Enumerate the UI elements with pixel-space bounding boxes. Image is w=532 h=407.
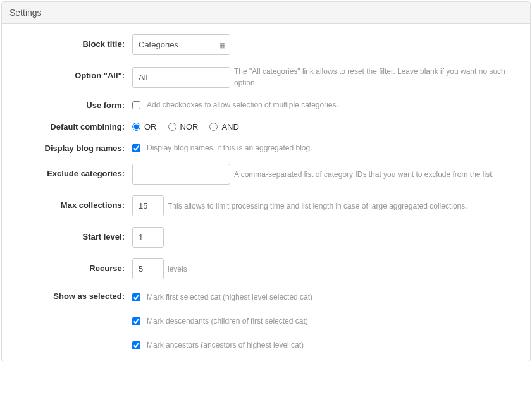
- use-form-checkbox[interactable]: [132, 101, 140, 109]
- label-show-as-selected: Show as selected:: [13, 290, 132, 301]
- block-title-input-wrap: ▦: [132, 34, 230, 55]
- row-max-collections: Max collections: This allows to limit pr…: [13, 195, 519, 216]
- recurse-input[interactable]: [132, 258, 164, 279]
- recurse-suffix: levels: [168, 264, 187, 275]
- help-use-form: Add checkboxes to allow selection of mul…: [147, 100, 338, 109]
- label-block-title: Block title:: [13, 34, 132, 49]
- row-show-as-selected: Show as selected: Mark first selected ca…: [13, 290, 519, 349]
- mark-first-text: Mark first selected cat (highest level s…: [147, 293, 312, 301]
- radio-or-label: OR: [144, 122, 157, 131]
- mark-ancestors-checkbox[interactable]: [132, 341, 140, 349]
- radio-nor[interactable]: [168, 123, 176, 131]
- combining-radio-group: OR NOR AND: [132, 121, 239, 131]
- row-exclude-categories: Exclude categories: A comma-separated li…: [13, 164, 519, 185]
- panel-header: Settings: [2, 2, 530, 24]
- display-blog-names-checkbox[interactable]: [132, 144, 140, 152]
- radio-and[interactable]: [209, 123, 218, 131]
- panel-title: Settings: [9, 8, 42, 18]
- label-start-level: Start level:: [13, 227, 132, 241]
- label-use-form: Use form:: [13, 99, 132, 110]
- panel-body: Block title: ▦ Option "All": The "All ca…: [2, 24, 530, 361]
- help-option-all: The "All categories" link allows to rese…: [234, 66, 519, 88]
- mark-first-checkbox[interactable]: [132, 293, 140, 301]
- radio-nor-label: NOR: [180, 122, 199, 131]
- radio-and-label: AND: [221, 122, 238, 131]
- max-collections-input[interactable]: [132, 195, 164, 216]
- exclude-categories-input[interactable]: [132, 164, 230, 185]
- row-block-title: Block title: ▦: [13, 34, 519, 55]
- label-default-combining: Default combining:: [13, 121, 132, 131]
- settings-panel: Settings Block title: ▦ Option "All": Th…: [1, 1, 531, 361]
- label-exclude-categories: Exclude categories:: [13, 164, 132, 178]
- label-option-all: Option "All":: [13, 66, 132, 80]
- row-recurse: Recurse: levels: [13, 258, 519, 279]
- block-title-input[interactable]: [132, 34, 230, 55]
- label-recurse: Recurse:: [13, 258, 132, 273]
- row-start-level: Start level:: [13, 227, 519, 248]
- row-default-combining: Default combining: OR NOR AND: [13, 121, 519, 131]
- label-max-collections: Max collections:: [13, 195, 132, 210]
- help-exclude-categories: A comma-separated list of category IDs t…: [234, 169, 519, 180]
- row-use-form: Use form: Add checkboxes to allow select…: [13, 99, 519, 110]
- help-max-collections: This allows to limit processing time and…: [168, 200, 519, 212]
- mark-ancestors-text: Mark ancestors (ancestors of highest lev…: [147, 341, 304, 349]
- help-display-blog-names: Display blog names, if this is an aggreg…: [147, 143, 312, 152]
- mark-descendants-checkbox[interactable]: [132, 317, 140, 325]
- start-level-input[interactable]: [132, 227, 164, 248]
- mark-descendants-text: Mark descendants (children of first sele…: [147, 317, 308, 325]
- radio-or[interactable]: [132, 123, 140, 131]
- row-display-blog-names: Display blog names: Display blog names, …: [13, 142, 519, 153]
- row-option-all: Option "All": The "All categories" link …: [13, 66, 519, 88]
- option-all-input[interactable]: [132, 67, 230, 88]
- label-display-blog-names: Display blog names:: [13, 142, 132, 153]
